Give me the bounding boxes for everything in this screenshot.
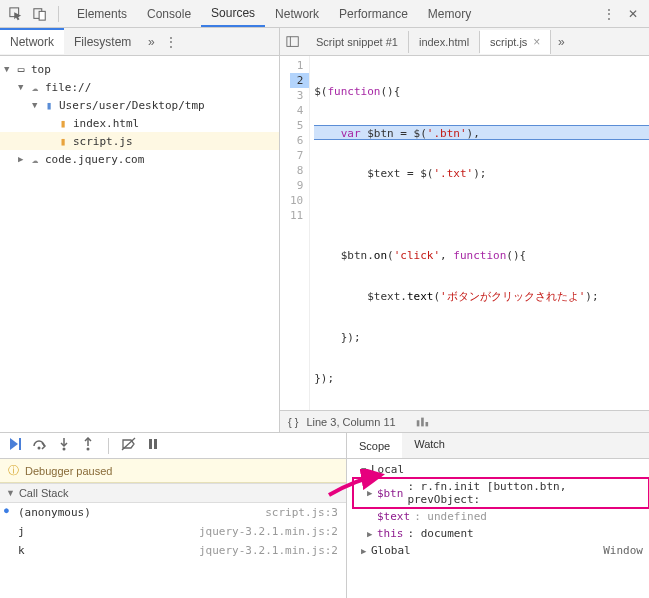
debugger-area: ⓘ Debugger paused ▼Call Stack (anonymous… bbox=[0, 433, 649, 598]
callstack-header[interactable]: ▼Call Stack bbox=[0, 483, 346, 503]
svg-rect-5 bbox=[416, 420, 419, 426]
tab-network[interactable]: Network bbox=[265, 2, 329, 26]
toggle-navigator-icon[interactable] bbox=[280, 32, 306, 52]
tree-file-index[interactable]: ▮index.html bbox=[0, 114, 279, 132]
tree-top-label: top bbox=[31, 63, 51, 76]
more-icon[interactable]: ⋮ bbox=[599, 4, 619, 24]
tree-file-label: script.js bbox=[73, 135, 133, 148]
svg-rect-6 bbox=[421, 417, 424, 426]
inspect-icon[interactable] bbox=[6, 4, 26, 24]
scope-pane: Scope Watch ▼Local ▶$btn: r.fn.init [but… bbox=[347, 433, 649, 598]
navigator-pane: Network Filesystem » ⋮ ▼▭top ▼☁file:// ▼… bbox=[0, 28, 280, 432]
scope-tab-watch[interactable]: Watch bbox=[402, 433, 457, 458]
svg-rect-15 bbox=[149, 439, 152, 449]
tab-elements[interactable]: Elements bbox=[67, 2, 137, 26]
paused-message: Debugger paused bbox=[25, 465, 112, 477]
tree-cdn-label: code.jquery.com bbox=[45, 153, 144, 166]
debugger-controls bbox=[0, 433, 346, 459]
scope-global-header[interactable]: ▶GlobalWindow bbox=[347, 542, 649, 559]
svg-rect-7 bbox=[425, 422, 428, 426]
close-tab-icon[interactable]: × bbox=[533, 35, 540, 49]
editor-gutter: 1 2 3 4 5 6 7 8 9 10 11 bbox=[280, 56, 310, 410]
stack-frame[interactable]: jjquery-3.2.1.min.js:2 bbox=[0, 522, 346, 541]
tab-performance[interactable]: Performance bbox=[329, 2, 418, 26]
pause-exceptions-icon[interactable] bbox=[145, 437, 161, 454]
step-out-icon[interactable] bbox=[80, 437, 96, 454]
separator bbox=[58, 6, 59, 22]
scope-local-header[interactable]: ▼Local bbox=[347, 461, 649, 478]
tree-file-script[interactable]: ▮script.js bbox=[0, 132, 279, 150]
navigator-more-icon[interactable]: ⋮ bbox=[161, 32, 181, 52]
svg-rect-2 bbox=[39, 11, 45, 20]
editor-tab-script[interactable]: script.js× bbox=[480, 30, 551, 54]
debugger-left: ⓘ Debugger paused ▼Call Stack (anonymous… bbox=[0, 433, 347, 598]
navigator-tab-filesystem[interactable]: Filesystem bbox=[64, 30, 141, 54]
editor-tabs: Script snippet #1 index.html script.js× … bbox=[280, 28, 649, 56]
svg-rect-3 bbox=[287, 36, 298, 46]
svg-rect-8 bbox=[19, 438, 21, 450]
scope-tab-scope[interactable]: Scope bbox=[347, 433, 402, 458]
main-area: Network Filesystem » ⋮ ▼▭top ▼☁file:// ▼… bbox=[0, 28, 649, 433]
file-tree: ▼▭top ▼☁file:// ▼▮Users/user/Desktop/tmp… bbox=[0, 56, 279, 432]
tree-cdn[interactable]: ▶☁code.jquery.com bbox=[0, 150, 279, 168]
tab-memory[interactable]: Memory bbox=[418, 2, 481, 26]
editor-content[interactable]: $(function(){ var $btn = $('.btn'), $tex… bbox=[310, 56, 649, 410]
device-toggle-icon[interactable] bbox=[30, 4, 50, 24]
editor-status-bar: { } Line 3, Column 11 bbox=[280, 410, 649, 432]
coverage-icon[interactable] bbox=[412, 412, 432, 432]
deactivate-breakpoints-icon[interactable] bbox=[121, 437, 137, 454]
scope-var-this[interactable]: ▶this: document bbox=[353, 525, 649, 542]
pretty-print-icon[interactable]: { } bbox=[288, 416, 298, 428]
stack-frame[interactable]: kjquery-3.2.1.min.js:2 bbox=[0, 541, 346, 560]
callstack-list: (anonymous)script.js:3 jjquery-3.2.1.min… bbox=[0, 503, 346, 560]
tree-top[interactable]: ▼▭top bbox=[0, 60, 279, 78]
devtools-toolbar: Elements Console Sources Network Perform… bbox=[0, 0, 649, 28]
editor-pane: Script snippet #1 index.html script.js× … bbox=[280, 28, 649, 432]
stack-frame[interactable]: (anonymous)script.js:3 bbox=[0, 503, 346, 522]
tree-folder[interactable]: ▼▮Users/user/Desktop/tmp bbox=[0, 96, 279, 114]
scope-var-text[interactable]: $text: undefined bbox=[353, 508, 649, 525]
info-icon: ⓘ bbox=[8, 463, 19, 478]
tree-file-origin[interactable]: ▼☁file:// bbox=[0, 78, 279, 96]
navigator-overflow-icon[interactable]: » bbox=[141, 32, 161, 52]
step-over-icon[interactable] bbox=[32, 437, 48, 454]
svg-point-11 bbox=[63, 448, 66, 451]
editor-overflow-icon[interactable]: » bbox=[551, 32, 571, 52]
tab-console[interactable]: Console bbox=[137, 2, 201, 26]
step-into-icon[interactable] bbox=[56, 437, 72, 454]
scope-var-btn[interactable]: ▶$btn: r.fn.init [button.btn, prevObject… bbox=[353, 478, 649, 508]
close-devtools-icon[interactable]: ✕ bbox=[623, 4, 643, 24]
tree-file-label: file:// bbox=[45, 81, 91, 94]
scope-tabs: Scope Watch bbox=[347, 433, 649, 459]
navigator-tab-network[interactable]: Network bbox=[0, 28, 64, 54]
scope-body: ▼Local ▶$btn: r.fn.init [button.btn, pre… bbox=[347, 459, 649, 598]
navigator-tabs: Network Filesystem » ⋮ bbox=[0, 28, 279, 56]
tree-file-label: index.html bbox=[73, 117, 139, 130]
devtools-tabs: Elements Console Sources Network Perform… bbox=[67, 1, 481, 27]
code-editor[interactable]: 1 2 3 4 5 6 7 8 9 10 11 $(function(){ va… bbox=[280, 56, 649, 410]
debugger-paused-banner: ⓘ Debugger paused bbox=[0, 459, 346, 483]
svg-rect-16 bbox=[154, 439, 157, 449]
editor-tab-snippet[interactable]: Script snippet #1 bbox=[306, 31, 409, 53]
svg-point-9 bbox=[38, 447, 41, 450]
cursor-position: Line 3, Column 11 bbox=[306, 416, 395, 428]
resume-icon[interactable] bbox=[8, 437, 24, 454]
editor-tab-index[interactable]: index.html bbox=[409, 31, 480, 53]
svg-point-13 bbox=[87, 448, 90, 451]
tree-folder-label: Users/user/Desktop/tmp bbox=[59, 99, 205, 112]
tab-sources[interactable]: Sources bbox=[201, 1, 265, 27]
